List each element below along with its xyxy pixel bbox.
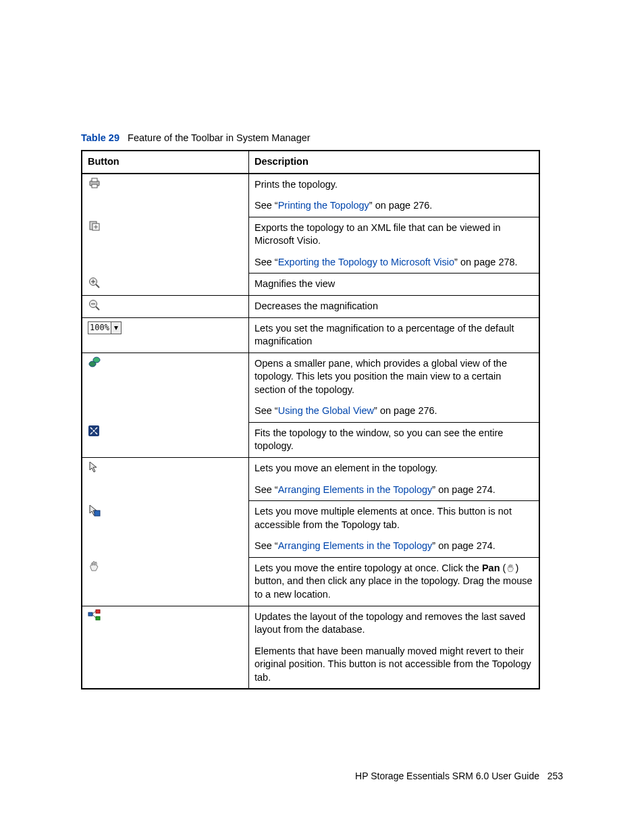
page: Table 29 Feature of the Toolbar in Syste… [0,0,644,781]
zoom-dropdown-button: ▾ [111,322,121,334]
svg-rect-1 [92,178,97,182]
desc-text: Magnifies the view [249,273,540,296]
svg-rect-11 [95,511,100,516]
export-icon [82,217,249,273]
zoom-in-icon [82,273,249,296]
svg-rect-2 [92,184,97,188]
table-row: 100% ▾ Lets you set the magnification to… [82,317,539,353]
desc-text: Lets you move an element in the topology… [249,458,540,479]
header-description: Description [249,151,540,174]
table-number: Table 29 [81,132,119,143]
desc-text: Lets you move multiple elements at once.… [249,501,540,536]
desc-text: Elements that have been manually moved m… [249,641,540,689]
footer-title: HP Storage Essentials SRM 6.0 User Guide [355,771,539,781]
desc-text: See “Arranging Elements in the Topology”… [249,536,540,557]
svg-point-8 [93,357,100,363]
link-arranging-elements[interactable]: Arranging Elements in the Topology [278,484,433,495]
global-view-icon [82,353,249,422]
table-row: Magnifies the view [82,273,539,296]
print-icon [82,174,249,217]
desc-text: Decreases the magnification [249,295,540,317]
desc-text: Prints the topology. [249,174,540,196]
link-global-view[interactable]: Using the Global View [278,405,374,416]
footer-page: 253 [547,771,563,781]
move-element-icon [82,458,249,501]
desc-text: Exports the topology to an XML file that… [249,217,540,252]
link-export-visio[interactable]: Exporting the Topology to Microsoft Visi… [278,257,454,267]
desc-text: See “Using the Global View” on page 276. [249,400,540,422]
pan-bold: Pan [482,563,500,573]
page-footer: HP Storage Essentials SRM 6.0 User Guide… [81,771,563,781]
fit-window-icon [82,422,249,457]
desc-text: Opens a smaller pane, which provides a g… [249,353,540,400]
svg-rect-13 [96,610,100,613]
move-multi-icon [82,501,249,558]
feature-table: Button Description Prints the topology. [81,150,540,689]
link-arranging-elements[interactable]: Arranging Elements in the Topology [278,540,433,551]
pan-icon [82,557,249,606]
table-row: Decreases the magnification [82,295,539,317]
desc-text: Lets you set the magnification to a perc… [249,317,540,353]
table-row: Lets you move multiple elements at once.… [82,501,539,536]
update-layout-icon [82,606,249,689]
zoom-value: 100% [88,322,111,334]
header-row: Button Description [82,151,539,174]
desc-text: Updates the layout of the topology and r… [249,606,540,641]
table-row: Fits the topology to the window, so you … [82,422,539,457]
table-caption: Table 29 Feature of the Toolbar in Syste… [81,132,563,143]
table-row: Opens a smaller pane, which provides a g… [82,353,539,400]
table-row: Prints the topology. [82,174,539,196]
table-row: Updates the layout of the topology and r… [82,606,539,641]
svg-rect-14 [96,617,100,620]
desc-text: See “Exporting the Topology to Microsoft… [249,252,540,273]
desc-text: See “Arranging Elements in the Topology”… [249,479,540,501]
table-row: Exports the topology to an XML file that… [82,217,539,252]
svg-rect-12 [88,613,92,616]
link-printing-topology[interactable]: Printing the Topology [278,200,369,211]
desc-text: Lets you move the entire topology at onc… [249,557,540,606]
header-button: Button [82,151,249,174]
table-title: Feature of the Toolbar in System Manager [128,132,311,143]
svg-point-10 [93,430,95,432]
table-row: Lets you move an element in the topology… [82,458,539,479]
desc-text: Fits the topology to the window, so you … [249,422,540,457]
desc-text: See “Printing the Topology” on page 276. [249,195,540,217]
zoom-out-icon [82,295,249,317]
zoom-percent-control: 100% ▾ [82,317,249,353]
table-row: Lets you move the entire topology at onc… [82,557,539,606]
